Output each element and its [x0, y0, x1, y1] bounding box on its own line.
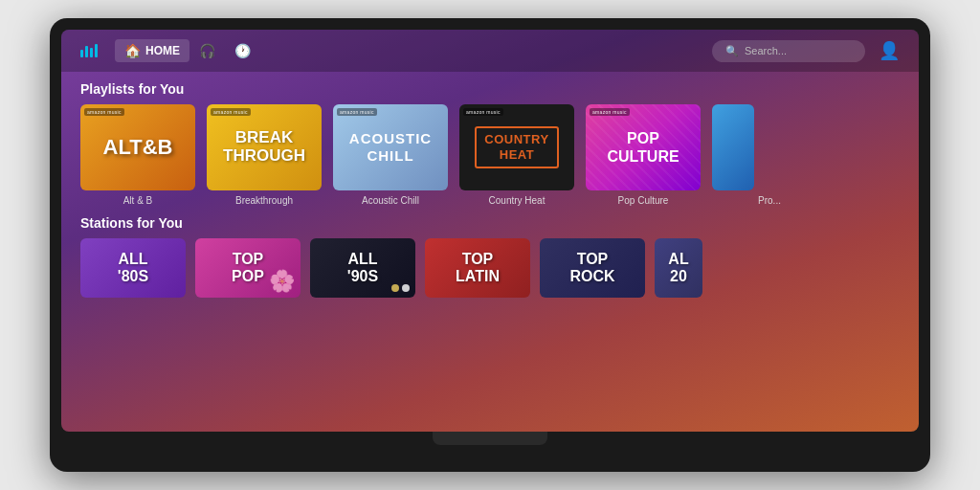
amazon-badge-acoustic: amazon music: [337, 108, 377, 116]
dot1: [391, 284, 399, 292]
nav-home-label: HOME: [145, 44, 180, 57]
card-art-acoustic: amazon music ACOUSTICCHILL: [333, 104, 448, 190]
card-art-breakthrough: amazon music BREAKTHROUGH: [207, 104, 322, 190]
station-al20-text: AL20: [668, 251, 688, 284]
bar4: [95, 44, 98, 57]
country-label: Country Heat: [459, 195, 574, 206]
nav-history[interactable]: 🕐: [225, 39, 260, 62]
station-toppop[interactable]: TOPPOP 🌸: [195, 238, 301, 298]
station-toprock[interactable]: TOPROCK: [540, 238, 645, 298]
station-toprock-text: TOPROCK: [569, 251, 614, 284]
dot2: [402, 284, 410, 292]
nav-headphones[interactable]: 🎧: [189, 39, 225, 62]
home-icon: 🏠: [124, 43, 141, 58]
playlists-section-title: Playlists for You: [61, 72, 919, 104]
amazon-badge-country: amazon music: [463, 108, 503, 116]
station-all90[interactable]: ALL'90S: [310, 238, 415, 298]
station-al20-partial[interactable]: AL20: [655, 238, 702, 298]
altb-label: Alt & B: [80, 195, 195, 206]
card-art-country: amazon music COUNTRYHEAT: [459, 104, 574, 190]
playlist-card-acoustic[interactable]: amazon music ACOUSTICCHILL Acoustic Chil…: [333, 104, 448, 206]
pop-art-text: POPCULTURE: [607, 129, 679, 166]
acoustic-label: Acoustic Chill: [333, 195, 448, 206]
card-art-altb: amazon music ALT&B: [80, 104, 195, 190]
card-art-pro: [712, 104, 754, 190]
playlist-card-altb[interactable]: amazon music ALT&B Alt & B: [80, 104, 195, 206]
nav-bar: 🏠 HOME 🎧 🕐 🔍 👤: [61, 30, 919, 72]
station-all90-text: ALL'90S: [347, 251, 378, 284]
playlist-card-pro[interactable]: Pro...: [712, 104, 827, 206]
acoustic-art-text: ACOUSTICCHILL: [349, 130, 432, 165]
nav-logo: [80, 44, 98, 57]
search-bar[interactable]: 🔍: [712, 40, 865, 62]
tv-screen: 🏠 HOME 🎧 🕐 🔍 👤 Playlists for You: [61, 30, 919, 432]
station-all80-text: ALL'80S: [118, 251, 148, 284]
pop-label: Pop Culture: [586, 195, 701, 206]
breakthrough-label: Breakthrough: [207, 195, 322, 206]
bar3: [90, 48, 93, 57]
pro-label: Pro...: [712, 195, 827, 206]
station-toplatin[interactable]: TOPLATIN: [425, 238, 530, 298]
search-icon: 🔍: [725, 45, 739, 57]
logo-bars-icon: [80, 44, 98, 57]
history-icon: 🕐: [234, 43, 251, 58]
country-art-text: COUNTRYHEAT: [484, 132, 548, 162]
breakthrough-art-text: BREAKTHROUGH: [219, 125, 309, 168]
playlist-card-breakthrough[interactable]: amazon music BREAKTHROUGH Breakthrough: [207, 104, 322, 206]
nav-home[interactable]: 🏠 HOME: [115, 39, 189, 62]
headphones-icon: 🎧: [199, 43, 215, 58]
altb-art-text: ALT&B: [103, 137, 173, 158]
amazon-badge-breakthrough: amazon music: [211, 108, 251, 116]
user-avatar[interactable]: 👤: [879, 40, 900, 61]
playlists-row: amazon music ALT&B Alt & B amazon music …: [61, 104, 919, 206]
amazon-badge-pop: amazon music: [590, 108, 630, 116]
all90-decoration: [391, 284, 410, 292]
station-toppop-text: TOPPOP: [232, 251, 264, 284]
bar1: [80, 50, 83, 57]
search-input[interactable]: [745, 45, 850, 56]
country-box: COUNTRYHEAT: [475, 126, 558, 167]
playlist-card-country[interactable]: amazon music COUNTRYHEAT Country Heat: [459, 104, 574, 206]
stations-section-title: Stations for You: [61, 206, 919, 238]
card-art-pop: amazon music POPCULTURE: [586, 104, 701, 190]
tv-stand: [433, 432, 547, 445]
stations-row: ALL'80S TOPPOP 🌸 ALL'90S TOPLATIN: [61, 238, 919, 298]
playlist-card-pop[interactable]: amazon music POPCULTURE Pop Culture: [586, 104, 701, 206]
bar2: [85, 46, 88, 57]
station-all80[interactable]: ALL'80S: [80, 238, 186, 298]
flower-icon: 🌸: [269, 269, 295, 294]
station-toplatin-text: TOPLATIN: [456, 251, 500, 284]
tv-outer: 🏠 HOME 🎧 🕐 🔍 👤 Playlists for You: [50, 18, 930, 472]
amazon-badge-altb: amazon music: [84, 108, 124, 116]
